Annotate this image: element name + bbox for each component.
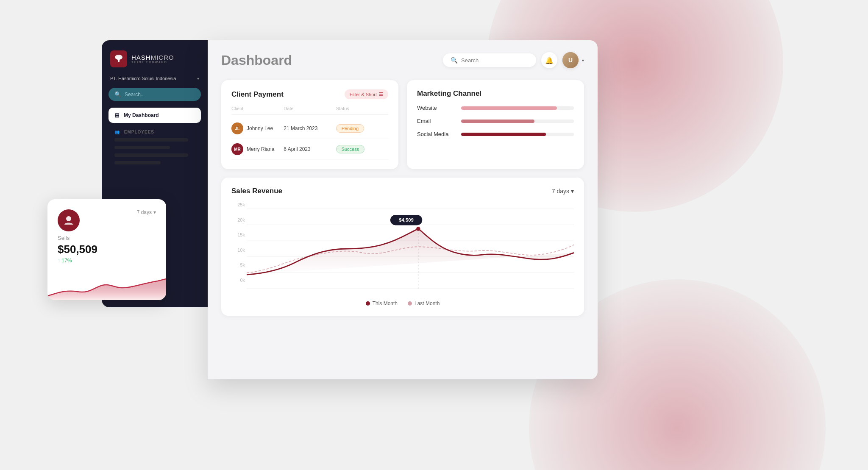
chevron-down-icon: ▾	[582, 58, 584, 63]
sidebar-item-dashboard[interactable]: ⊞ My Dashboard	[108, 108, 201, 123]
client-cell-2: MR Merry Riana	[231, 143, 284, 155]
chart-legend: This Month Last Month	[231, 300, 574, 306]
table-row: MR Merry Riana 6 April 2023 Success	[231, 139, 388, 160]
sidebar-placeholder-1	[114, 138, 188, 142]
y-axis: 25k 20k 15k 10k 5k 0k	[231, 202, 245, 283]
avatar: U	[562, 52, 579, 68]
legend-label-last: Last Month	[415, 300, 440, 306]
sidebar-placeholder-2	[114, 146, 170, 149]
bar-social	[461, 133, 546, 136]
client-payment-header: Client Payment Filter & Short ☰	[231, 89, 388, 99]
avatar-button[interactable]: U	[562, 52, 579, 68]
days-selector[interactable]: 7 days ▾	[552, 188, 574, 195]
sells-mini-chart	[47, 270, 166, 300]
company-selector[interactable]: PT. Hashmicro Solusi Indonesia ▾	[108, 76, 201, 81]
user-menu[interactable]: U ▾	[562, 52, 584, 68]
sales-revenue-title: Sales Revenue	[231, 187, 282, 195]
sells-chart-svg	[47, 270, 166, 300]
top-cards-grid: Client Payment Filter & Short ☰ Client D…	[221, 80, 584, 169]
header-actions: 🔍 🔔 U ▾	[443, 52, 584, 68]
dashboard-icon: ⊞	[114, 112, 120, 119]
sidebar-placeholder-4	[114, 161, 161, 164]
chevron-down-icon: ▾	[197, 76, 199, 81]
legend-last-month: Last Month	[408, 300, 440, 306]
sales-revenue-card: Sales Revenue 7 days ▾ 25k 20k 15k 10k 5…	[221, 178, 584, 316]
client-payment-card: Client Payment Filter & Short ☰ Client D…	[221, 80, 398, 169]
sidebar-item-label: My Dashboard	[124, 112, 159, 118]
sidebar-placeholder-3	[114, 153, 188, 157]
marketing-channel-title: Marketing Channel	[417, 89, 481, 98]
header-search-input[interactable]	[461, 57, 529, 64]
sidebar-search-bar[interactable]: 🔍	[108, 88, 201, 101]
svg-rect-2	[118, 59, 120, 62]
chevron-down-icon: ▾	[153, 209, 156, 215]
sidebar-section-employees: 👥 EMPLOYEES	[108, 126, 201, 136]
svg-point-10	[416, 227, 420, 231]
logo-text: HASHMICRO THINK FORWARD	[131, 54, 174, 64]
main-content: Dashboard 🔍 🔔 U ▾ Client Payment	[208, 40, 598, 379]
chevron-down-icon: ▾	[571, 188, 574, 195]
page-title: Dashboard	[221, 53, 292, 68]
header-search-bar[interactable]: 🔍	[443, 53, 536, 67]
client-cell-1: JL Johnny Lee	[231, 122, 284, 134]
marketing-channel-header: Marketing Channel	[417, 89, 574, 98]
sells-value: $50,509	[58, 243, 156, 256]
bar-website	[461, 106, 557, 110]
filter-label: Filter & Short	[350, 92, 377, 97]
logo-tagline: THINK FORWARD	[131, 61, 174, 64]
search-icon: 🔍	[451, 57, 458, 64]
marketing-item-website: Website	[417, 105, 574, 111]
col-status: Status	[336, 106, 388, 111]
svg-text:$4,509: $4,509	[399, 217, 414, 222]
marketing-item-social: Social Media	[417, 131, 574, 137]
client-payment-title: Client Payment	[231, 90, 284, 99]
svg-point-13	[66, 216, 71, 221]
bar-bg-website	[461, 106, 574, 110]
client-name-1: Johnny Lee	[247, 125, 273, 131]
sells-header: 7 days ▾	[58, 209, 156, 231]
bar-bg-email	[461, 120, 574, 123]
employees-icon: 👥	[114, 130, 120, 134]
legend-this-month: This Month	[366, 300, 398, 306]
sells-days-selector[interactable]: 7 days ▾	[137, 209, 156, 215]
company-name: PT. Hashmicro Solusi Indonesia	[110, 76, 176, 81]
logo-svg	[113, 53, 124, 64]
sells-svg-icon	[63, 214, 75, 226]
legend-dot-this	[366, 301, 370, 306]
date-1: 21 March 2023	[284, 125, 336, 131]
logo-icon	[110, 50, 127, 67]
col-client: Client	[231, 106, 284, 111]
table-row: JL Johnny Lee 21 March 2023 Pending	[231, 118, 388, 139]
marketing-item-email: Email	[417, 118, 574, 124]
client-name-2: Merry Riana	[247, 146, 274, 152]
bar-bg-social	[461, 133, 574, 136]
status-badge-2: Success	[336, 145, 388, 153]
sells-card: 7 days ▾ Sells $50,509 ↑ 17%	[47, 199, 166, 300]
page-header: Dashboard 🔍 🔔 U ▾	[221, 52, 584, 68]
status-badge-1: Pending	[336, 124, 388, 133]
date-2: 6 April 2023	[284, 146, 336, 152]
sales-chart-svg: $4,509	[247, 202, 574, 295]
sells-trend: ↑ 17%	[58, 258, 156, 264]
client-avatar-2: MR	[231, 143, 243, 155]
legend-label-this: This Month	[373, 300, 398, 306]
filter-button[interactable]: Filter & Short ☰	[345, 89, 388, 99]
svg-point-1	[116, 56, 122, 60]
sells-label: Sells	[58, 235, 156, 241]
client-avatar-1: JL	[231, 122, 243, 134]
sells-icon	[58, 209, 80, 231]
search-icon: 🔍	[114, 91, 121, 97]
sales-revenue-header: Sales Revenue 7 days ▾	[231, 187, 574, 195]
bar-email	[461, 120, 534, 123]
sidebar-logo: HASHMICRO THINK FORWARD	[108, 50, 201, 67]
bell-icon: 🔔	[545, 56, 554, 64]
col-date: Date	[284, 106, 336, 111]
table-header: Client Date Status	[231, 106, 388, 115]
sidebar-search-input[interactable]	[125, 92, 195, 97]
filter-icon: ☰	[379, 92, 383, 97]
logo-name: HASHMICRO	[131, 54, 174, 61]
notification-bell-button[interactable]: 🔔	[541, 52, 557, 68]
sales-chart-container: 25k 20k 15k 10k 5k 0k	[231, 202, 574, 295]
legend-dot-last	[408, 301, 412, 306]
marketing-channel-card: Marketing Channel Website Email Social M…	[407, 80, 584, 169]
